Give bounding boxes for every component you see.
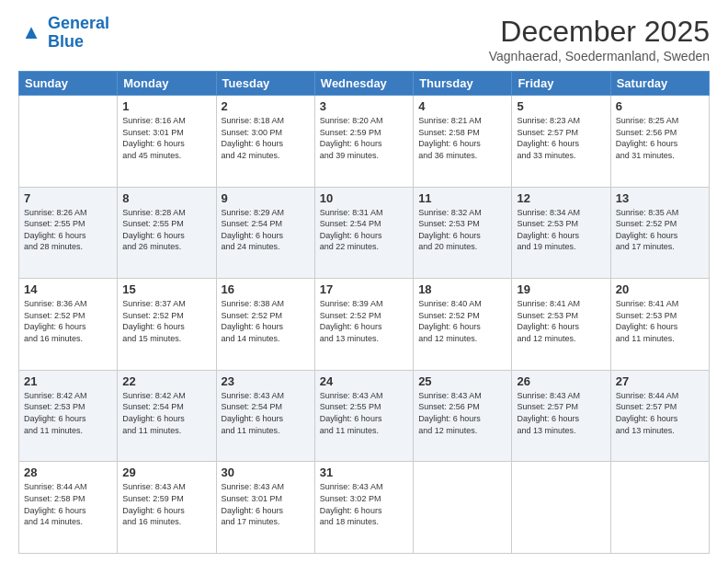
day-number: 14 — [24, 282, 112, 296]
day-info: Sunrise: 8:36 AM Sunset: 2:52 PM Dayligh… — [24, 298, 112, 344]
page: ▲ General Blue December 2025 Vagnhaerad,… — [0, 0, 728, 563]
day-info: Sunrise: 8:31 AM Sunset: 2:54 PM Dayligh… — [320, 207, 408, 253]
day-number: 30 — [222, 465, 310, 479]
day-number: 26 — [517, 374, 605, 388]
calendar-cell: 17Sunrise: 8:39 AM Sunset: 2:52 PM Dayli… — [314, 279, 413, 371]
calendar-cell — [512, 462, 610, 554]
calendar-cell: 6Sunrise: 8:25 AM Sunset: 2:56 PM Daylig… — [610, 96, 709, 188]
day-number: 20 — [616, 282, 704, 296]
calendar-cell: 23Sunrise: 8:43 AM Sunset: 2:54 PM Dayli… — [216, 370, 314, 462]
day-info: Sunrise: 8:43 AM Sunset: 3:01 PM Dayligh… — [222, 481, 310, 527]
logo-text: General Blue — [48, 15, 109, 52]
day-number: 19 — [517, 282, 605, 296]
day-info: Sunrise: 8:38 AM Sunset: 2:52 PM Dayligh… — [222, 298, 310, 344]
day-info: Sunrise: 8:21 AM Sunset: 2:58 PM Dayligh… — [418, 115, 506, 161]
day-info: Sunrise: 8:44 AM Sunset: 2:57 PM Dayligh… — [616, 390, 704, 436]
day-info: Sunrise: 8:16 AM Sunset: 3:01 PM Dayligh… — [122, 115, 210, 161]
calendar-header-monday: Monday — [118, 72, 216, 96]
day-info: Sunrise: 8:40 AM Sunset: 2:52 PM Dayligh… — [418, 298, 506, 344]
calendar-cell: 19Sunrise: 8:41 AM Sunset: 2:53 PM Dayli… — [512, 279, 610, 371]
calendar-header-thursday: Thursday — [414, 72, 512, 96]
calendar-cell: 11Sunrise: 8:32 AM Sunset: 2:53 PM Dayli… — [414, 187, 512, 279]
day-info: Sunrise: 8:34 AM Sunset: 2:53 PM Dayligh… — [517, 207, 605, 253]
calendar-header-sunday: Sunday — [19, 72, 118, 96]
day-number: 6 — [616, 99, 704, 113]
day-number: 10 — [320, 191, 408, 205]
day-info: Sunrise: 8:42 AM Sunset: 2:53 PM Dayligh… — [24, 390, 112, 436]
logo-blue: Blue — [48, 32, 84, 51]
logo-icon: ▲ — [18, 20, 44, 46]
calendar-header-friday: Friday — [512, 72, 610, 96]
day-number: 25 — [418, 374, 506, 388]
day-info: Sunrise: 8:18 AM Sunset: 3:00 PM Dayligh… — [222, 115, 310, 161]
calendar-cell: 3Sunrise: 8:20 AM Sunset: 2:59 PM Daylig… — [314, 96, 413, 188]
day-info: Sunrise: 8:43 AM Sunset: 2:55 PM Dayligh… — [320, 390, 408, 436]
calendar-cell: 24Sunrise: 8:43 AM Sunset: 2:55 PM Dayli… — [314, 370, 413, 462]
day-number: 18 — [418, 282, 506, 296]
day-info: Sunrise: 8:42 AM Sunset: 2:54 PM Dayligh… — [122, 390, 210, 436]
day-number: 9 — [222, 191, 310, 205]
day-number: 22 — [122, 374, 210, 388]
calendar-week-1: 1Sunrise: 8:16 AM Sunset: 3:01 PM Daylig… — [19, 96, 710, 188]
day-info: Sunrise: 8:26 AM Sunset: 2:55 PM Dayligh… — [24, 207, 112, 253]
day-number: 7 — [24, 191, 112, 205]
day-info: Sunrise: 8:39 AM Sunset: 2:52 PM Dayligh… — [320, 298, 408, 344]
day-number: 5 — [517, 99, 605, 113]
svg-text:▲: ▲ — [21, 20, 41, 43]
day-number: 8 — [122, 191, 210, 205]
calendar-cell: 25Sunrise: 8:43 AM Sunset: 2:56 PM Dayli… — [414, 370, 512, 462]
calendar-cell: 4Sunrise: 8:21 AM Sunset: 2:58 PM Daylig… — [414, 96, 512, 188]
calendar-header-tuesday: Tuesday — [216, 72, 314, 96]
calendar-cell: 14Sunrise: 8:36 AM Sunset: 2:52 PM Dayli… — [19, 279, 118, 371]
day-info: Sunrise: 8:20 AM Sunset: 2:59 PM Dayligh… — [320, 115, 408, 161]
day-number: 11 — [418, 191, 506, 205]
calendar-cell: 10Sunrise: 8:31 AM Sunset: 2:54 PM Dayli… — [314, 187, 413, 279]
day-number: 29 — [122, 465, 210, 479]
day-number: 24 — [320, 374, 408, 388]
calendar-cell: 28Sunrise: 8:44 AM Sunset: 2:58 PM Dayli… — [19, 462, 118, 554]
day-number: 3 — [320, 99, 408, 113]
day-info: Sunrise: 8:23 AM Sunset: 2:57 PM Dayligh… — [517, 115, 605, 161]
calendar-cell — [414, 462, 512, 554]
header: ▲ General Blue December 2025 Vagnhaerad,… — [18, 15, 710, 63]
day-number: 13 — [616, 191, 704, 205]
calendar-week-2: 7Sunrise: 8:26 AM Sunset: 2:55 PM Daylig… — [19, 187, 710, 279]
calendar-cell: 16Sunrise: 8:38 AM Sunset: 2:52 PM Dayli… — [216, 279, 314, 371]
day-info: Sunrise: 8:43 AM Sunset: 2:57 PM Dayligh… — [517, 390, 605, 436]
day-info: Sunrise: 8:32 AM Sunset: 2:53 PM Dayligh… — [418, 207, 506, 253]
title-block: December 2025 Vagnhaerad, Soedermanland,… — [489, 15, 710, 63]
calendar-cell: 8Sunrise: 8:28 AM Sunset: 2:55 PM Daylig… — [118, 187, 216, 279]
calendar-cell: 12Sunrise: 8:34 AM Sunset: 2:53 PM Dayli… — [512, 187, 610, 279]
day-number: 2 — [222, 99, 310, 113]
calendar-cell: 15Sunrise: 8:37 AM Sunset: 2:52 PM Dayli… — [118, 279, 216, 371]
calendar-cell: 20Sunrise: 8:41 AM Sunset: 2:53 PM Dayli… — [610, 279, 709, 371]
day-number: 4 — [418, 99, 506, 113]
day-info: Sunrise: 8:29 AM Sunset: 2:54 PM Dayligh… — [222, 207, 310, 253]
calendar-cell: 13Sunrise: 8:35 AM Sunset: 2:52 PM Dayli… — [610, 187, 709, 279]
calendar-cell: 18Sunrise: 8:40 AM Sunset: 2:52 PM Dayli… — [414, 279, 512, 371]
day-number: 21 — [24, 374, 112, 388]
day-number: 17 — [320, 282, 408, 296]
calendar-cell: 27Sunrise: 8:44 AM Sunset: 2:57 PM Dayli… — [610, 370, 709, 462]
calendar-cell: 21Sunrise: 8:42 AM Sunset: 2:53 PM Dayli… — [19, 370, 118, 462]
day-number: 1 — [122, 99, 210, 113]
logo: ▲ General Blue — [18, 15, 109, 52]
calendar-week-3: 14Sunrise: 8:36 AM Sunset: 2:52 PM Dayli… — [19, 279, 710, 371]
logo-general: General — [48, 14, 109, 32]
calendar-header-row: SundayMondayTuesdayWednesdayThursdayFrid… — [19, 72, 710, 96]
calendar-table: SundayMondayTuesdayWednesdayThursdayFrid… — [18, 71, 710, 554]
calendar-cell: 30Sunrise: 8:43 AM Sunset: 3:01 PM Dayli… — [216, 462, 314, 554]
calendar-week-5: 28Sunrise: 8:44 AM Sunset: 2:58 PM Dayli… — [19, 462, 710, 554]
calendar-cell — [610, 462, 709, 554]
calendar-cell — [19, 96, 118, 188]
day-info: Sunrise: 8:41 AM Sunset: 2:53 PM Dayligh… — [616, 298, 704, 344]
day-info: Sunrise: 8:25 AM Sunset: 2:56 PM Dayligh… — [616, 115, 704, 161]
calendar-cell: 31Sunrise: 8:43 AM Sunset: 3:02 PM Dayli… — [314, 462, 413, 554]
day-info: Sunrise: 8:43 AM Sunset: 2:54 PM Dayligh… — [222, 390, 310, 436]
location: Vagnhaerad, Soedermanland, Sweden — [489, 49, 710, 63]
calendar-header-wednesday: Wednesday — [314, 72, 413, 96]
day-info: Sunrise: 8:41 AM Sunset: 2:53 PM Dayligh… — [517, 298, 605, 344]
month-title: December 2025 — [489, 15, 710, 49]
day-number: 12 — [517, 191, 605, 205]
calendar-cell: 29Sunrise: 8:43 AM Sunset: 2:59 PM Dayli… — [118, 462, 216, 554]
